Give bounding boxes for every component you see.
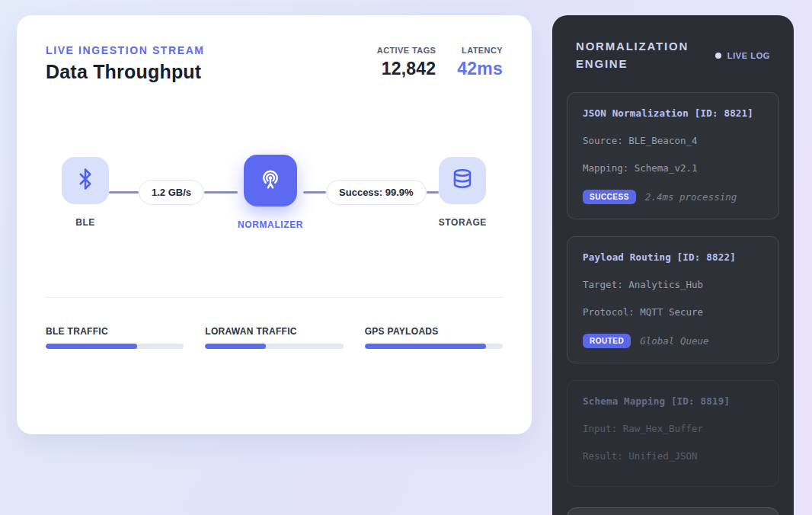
log-card-payload-routing[interactable]: Payload Routing [ID: 8822] Target: Analy… bbox=[567, 236, 779, 363]
stat-latency: LATENCY 42ms bbox=[457, 46, 503, 79]
meter-ble-traffic: BLE TRAFFIC bbox=[46, 326, 184, 349]
log-status-row: SUCCESS 2.4ms processing bbox=[583, 190, 763, 204]
status-badge: ROUTED bbox=[583, 334, 631, 348]
meter-fill bbox=[205, 344, 266, 349]
eyebrow-label: LIVE INGESTION STREAM bbox=[46, 44, 205, 56]
page-title: Data Throughput bbox=[46, 61, 205, 83]
broadcast-icon bbox=[257, 166, 283, 195]
status-badge: SUCCESS bbox=[583, 190, 636, 204]
pipeline-node-storage[interactable]: STORAGE bbox=[439, 157, 487, 228]
stats-group: ACTIVE TAGS 12,842 LATENCY 42ms bbox=[377, 44, 503, 79]
traffic-meters: BLE TRAFFIC LORAWAN TRAFFIC GPS PAYLOADS bbox=[17, 298, 532, 349]
node-label-ble: BLE bbox=[75, 217, 95, 228]
stat-label: LATENCY bbox=[457, 46, 503, 55]
meter-track bbox=[365, 344, 503, 349]
live-dot-icon bbox=[715, 53, 721, 59]
log-title: JSON Normalization [ID: 8821] bbox=[583, 107, 763, 119]
meter-fill bbox=[365, 344, 487, 349]
meter-label: BLE TRAFFIC bbox=[46, 326, 184, 337]
log-line: Mapping: Schema_v2.1 bbox=[583, 162, 763, 174]
meter-gps-payloads: GPS PAYLOADS bbox=[365, 326, 503, 349]
stat-active-tags: ACTIVE TAGS 12,842 bbox=[377, 46, 436, 79]
log-card-schema-mapping[interactable]: Schema Mapping [ID: 8819] Input: Raw_Hex… bbox=[567, 380, 779, 487]
log-line: Target: Analytics_Hub bbox=[583, 279, 763, 290]
normalizer-node-box[interactable] bbox=[244, 155, 297, 206]
panel-title-line2: ENGINE bbox=[576, 56, 689, 73]
log-line: Input: Raw_Hex_Buffer bbox=[583, 423, 763, 434]
pipeline-connector bbox=[427, 191, 439, 194]
stat-label: ACTIVE TAGS bbox=[377, 46, 436, 55]
throughput-badge: 1.2 GB/s bbox=[139, 180, 204, 205]
status-note: Global Queue bbox=[640, 335, 708, 347]
log-status-row: ROUTED Global Queue bbox=[583, 334, 763, 348]
stat-value: 42ms bbox=[457, 59, 503, 79]
meter-lorawan-traffic: LORAWAN TRAFFIC bbox=[205, 326, 343, 349]
meter-label: LORAWAN TRAFFIC bbox=[205, 326, 343, 337]
bluetooth-icon bbox=[74, 168, 97, 194]
log-title: Payload Routing [ID: 8822] bbox=[583, 251, 763, 263]
ble-node-box[interactable] bbox=[62, 157, 109, 204]
stream-card: LIVE INGESTION STREAM Data Throughput AC… bbox=[17, 15, 532, 434]
pipeline-node-normalizer[interactable]: NORMALIZER bbox=[238, 155, 303, 230]
meter-label: GPS PAYLOADS bbox=[365, 326, 503, 337]
stream-card-heading: LIVE INGESTION STREAM Data Throughput bbox=[46, 44, 205, 83]
panel-title-line1: NORMALIZATION bbox=[576, 38, 689, 56]
panel-header: NORMALIZATION ENGINE LIVE LOG bbox=[567, 38, 779, 72]
pipeline-connector bbox=[109, 191, 139, 194]
pipeline-node-ble[interactable]: BLE bbox=[62, 157, 109, 228]
node-label-normalizer: NORMALIZER bbox=[238, 219, 303, 230]
normalization-engine-panel: NORMALIZATION ENGINE LIVE LOG JSON Norma… bbox=[552, 15, 794, 515]
log-line: Source: BLE_Beacon_4 bbox=[583, 135, 763, 146]
storage-node-box[interactable] bbox=[439, 157, 486, 204]
panel-title: NORMALIZATION ENGINE bbox=[576, 38, 689, 72]
log-line: Result: Unified_JSON bbox=[583, 450, 763, 462]
full-engine-logs-button[interactable]: FULL ENGINE LOGS bbox=[567, 507, 779, 515]
meter-track bbox=[205, 344, 343, 349]
node-label-storage: STORAGE bbox=[439, 217, 487, 228]
database-icon bbox=[451, 168, 474, 194]
meter-track bbox=[46, 344, 184, 349]
log-card-json-normalization[interactable]: JSON Normalization [ID: 8821] Source: BL… bbox=[567, 92, 779, 219]
live-log-indicator: LIVE LOG bbox=[715, 51, 770, 60]
pipeline-diagram: BLE 1.2 GB/s NORMALIZER Success: 99.9% bbox=[17, 155, 532, 230]
pipeline-connector bbox=[303, 191, 326, 194]
pipeline-connector bbox=[204, 191, 238, 194]
stat-value: 12,842 bbox=[377, 59, 436, 79]
log-title: Schema Mapping [ID: 8819] bbox=[583, 395, 763, 407]
success-badge: Success: 99.9% bbox=[326, 180, 427, 205]
log-line: Protocol: MQTT Secure bbox=[583, 306, 763, 318]
status-note: 2.4ms processing bbox=[645, 191, 737, 203]
stream-card-header: LIVE INGESTION STREAM Data Throughput AC… bbox=[17, 15, 532, 83]
meter-fill bbox=[46, 344, 137, 349]
live-log-label: LIVE LOG bbox=[727, 51, 770, 60]
